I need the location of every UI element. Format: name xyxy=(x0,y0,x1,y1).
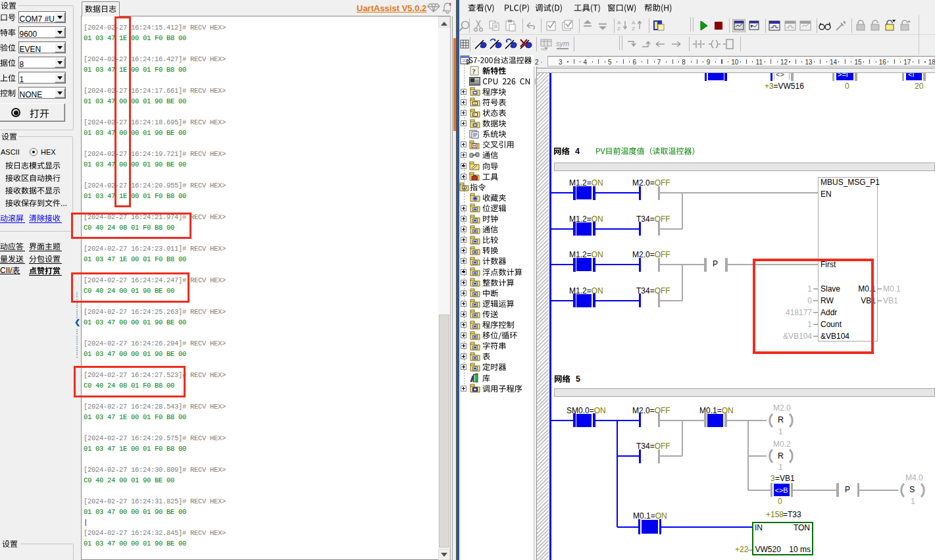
svg-text:?: ? xyxy=(472,66,476,74)
svg-text:Z: Z xyxy=(632,26,635,32)
svg-text:Z: Z xyxy=(617,26,620,32)
svg-text:HK): HK) xyxy=(541,47,547,51)
svg-text:A: A xyxy=(617,20,621,26)
svg-text:A: A xyxy=(632,20,636,26)
